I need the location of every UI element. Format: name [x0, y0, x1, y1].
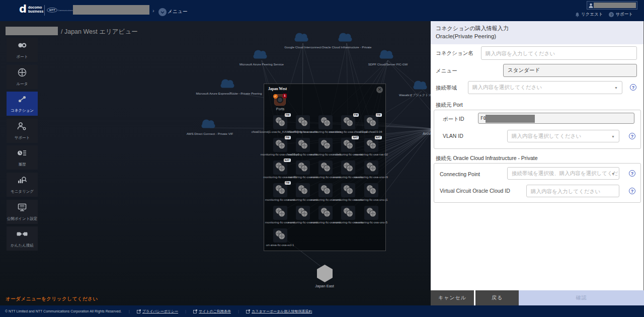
terms-link[interactable]: サイトのご利用条件 [193, 309, 231, 314]
connection-name-input[interactable] [481, 46, 637, 60]
node-badge: FW [353, 113, 359, 117]
sidebar-item-easy-connect[interactable]: かんたん接続 [7, 226, 38, 251]
network-node[interactable] [364, 183, 378, 197]
network-node[interactable] [296, 206, 310, 220]
network-node[interactable]: NAT [341, 138, 355, 152]
network-node[interactable] [296, 115, 310, 129]
sidebar-item-monitoring[interactable]: モニタリング [7, 173, 38, 197]
connecting-point-help-icon[interactable]: ? [629, 170, 635, 177]
vlan-help-icon[interactable]: ? [629, 133, 635, 139]
network-node[interactable]: FW [273, 183, 287, 197]
sidebar-item-label: コネクション [11, 108, 34, 113]
support-label: サポート [615, 12, 633, 18]
network-node[interactable]: FW [364, 115, 378, 129]
network-node[interactable] [318, 138, 333, 152]
network-node[interactable]: NAT [273, 161, 287, 175]
back-button[interactable]: 戻る [475, 290, 519, 305]
network-node[interactable] [273, 228, 287, 243]
port-id-value: F01 [478, 113, 634, 124]
menu-field-label: メニュー [436, 67, 457, 74]
network-node[interactable] [341, 161, 355, 175]
sidebar-item-label: かんたん接続 [11, 243, 34, 248]
network-node[interactable] [273, 206, 287, 220]
japan-east-label: Japan East [307, 284, 342, 288]
node-badge: NAT [284, 158, 291, 162]
network-node[interactable] [296, 138, 310, 152]
ntt-sub: Communications [58, 9, 73, 12]
network-node[interactable]: NAT [364, 138, 378, 152]
network-node[interactable] [341, 206, 355, 220]
sdpf-cloud-server-fic-gw-cloud-icon[interactable] [378, 49, 398, 62]
port-id-redacted [486, 115, 535, 123]
network-node[interactable] [318, 206, 333, 220]
sidebar-item-support[interactable]: サポート [7, 119, 38, 143]
japan-west-region-box[interactable]: Japan West ✕ ✓ 1 Ports FWcfwa01comdj1-os… [264, 84, 386, 251]
bandwidth-select[interactable]: 購入内容を選択してください▼ [468, 81, 622, 94]
vc-ocid-label: Virtual Circuit Oracle Cloud ID [440, 188, 510, 194]
sidebar-item-public-point[interactable]: 公開ポイント設定 [7, 200, 38, 224]
network-node[interactable] [318, 115, 333, 129]
region-close-icon[interactable]: ✕ [376, 87, 383, 93]
topology-view: / Japan West エリアビュー ポートルータコネクションサポート履歴モニ… [0, 21, 431, 305]
status-message: オーダメニューをクリックしてください [6, 296, 98, 302]
vc-ocid-input[interactable] [526, 185, 619, 197]
sidebar-item-history[interactable]: 履歴 [7, 145, 38, 170]
microsoft-azure-expressroute-cloud-icon[interactable] [219, 78, 239, 91]
sidebar-item-port[interactable]: ポート [7, 38, 38, 62]
microsoft-azure-peering-service-cloud-icon[interactable] [252, 49, 272, 62]
support-link[interactable]: ? サポート [609, 12, 633, 18]
menu-dropdown-icon[interactable] [158, 8, 167, 16]
cancel-button[interactable]: キャンセル [431, 290, 474, 305]
connecting-point-select[interactable]: 接続帯域を選択後、購入内容を選択してくだ▼ [507, 167, 619, 180]
breadcrumb-separator: / [61, 28, 62, 35]
port-id-label: ポートID [443, 116, 464, 123]
ports-label: Ports [265, 107, 296, 111]
sidebar-item-label: ルータ [17, 82, 28, 87]
network-node[interactable] [296, 183, 310, 197]
microsoft-azure-peering-service-label: Microsoft Azure Peering Service [239, 62, 284, 66]
network-node[interactable]: FW [273, 115, 287, 129]
user-account-box[interactable] [587, 1, 637, 10]
confirm-button[interactable]: 確認 [519, 290, 644, 305]
aws-direct-connect-cloud-icon[interactable] [200, 118, 220, 131]
connection-icon [17, 94, 27, 106]
external-link-icon [246, 309, 250, 313]
vlan-id-select[interactable]: 購入内容を選択してください▼ [507, 130, 619, 142]
oracle-cloud-infrastructure-cloud-icon[interactable] [337, 32, 357, 45]
network-node[interactable] [364, 161, 378, 175]
ports-ok-badge: ✓ [273, 94, 278, 99]
ports-node[interactable]: ✓ 1 Ports [274, 94, 286, 106]
ntt-communications-logo: NTT Communications [47, 8, 73, 13]
docomo-business-logo[interactable]: d docomobusiness [19, 5, 43, 14]
wasabi-object-storage-cloud-icon[interactable] [412, 80, 431, 93]
app-header: d docomobusiness NTT Communications › メニ… [0, 0, 644, 21]
network-node[interactable] [296, 161, 310, 175]
brand-separator [44, 5, 45, 16]
network-node[interactable]: FW [273, 138, 287, 152]
network-node[interactable] [364, 206, 378, 220]
node-badge: FW [285, 113, 291, 117]
network-node[interactable]: FW [341, 115, 355, 129]
sidebar-item-router[interactable]: ルータ [7, 65, 38, 89]
monitoring-icon [17, 175, 28, 187]
google-cloud-interconnect-cloud-icon[interactable] [293, 32, 313, 45]
network-node[interactable] [341, 183, 355, 197]
menu-button[interactable]: メニュー [168, 9, 188, 15]
source-section-title: 接続元 Port [436, 102, 463, 109]
bandwidth-help-icon[interactable]: ? [630, 84, 636, 91]
support-icon [17, 121, 28, 133]
sidebar-item-label: モニタリング [11, 189, 34, 194]
privacy-policy-link[interactable]: プライバシーポリシー [137, 309, 178, 314]
personal-info-link[interactable]: カスタマーポータル個人情報保護規約 [246, 309, 312, 314]
app-footer: © NTT Limited and NTT Communications Cor… [0, 305, 644, 317]
purchase-form-panel: コネクションの購入情報入力 Oracle(Private Peering) コネ… [431, 21, 644, 305]
sidebar-item-connection[interactable]: コネクション [7, 92, 38, 116]
requests-link[interactable]: リクエスト [575, 12, 603, 18]
node-label: c-osa-cfwa03-04 [321, 130, 422, 133]
network-node[interactable] [318, 161, 333, 175]
node-badge: NAT [375, 136, 382, 139]
vlan-caret-icon: ▼ [611, 134, 615, 138]
network-node[interactable] [318, 183, 333, 197]
external-link-icon [193, 309, 197, 313]
vc-ocid-help-icon[interactable]: ? [629, 188, 635, 194]
